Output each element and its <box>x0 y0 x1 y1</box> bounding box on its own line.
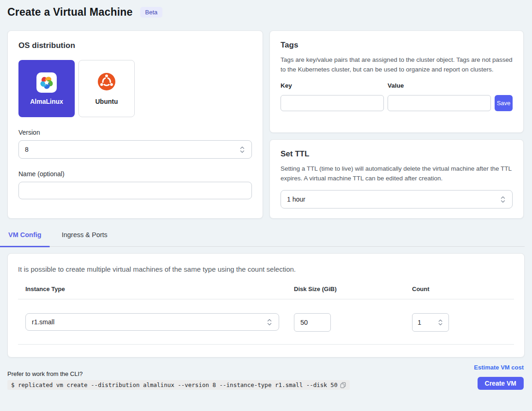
save-tag-button[interactable]: Save <box>495 95 513 111</box>
chevron-up-down-icon <box>500 196 506 203</box>
estimate-vm-cost-link[interactable]: Estimate VM cost <box>474 364 524 371</box>
os-card-title: OS distribution <box>18 41 252 50</box>
footer: Estimate VM cost Create VM Prefer to wor… <box>7 357 525 404</box>
column-instance-type: Instance Type <box>25 286 294 292</box>
create-vm-button[interactable]: Create VM <box>478 377 524 390</box>
tag-value-group: Value <box>388 82 491 111</box>
os-distribution-card: OS distribution AlmaLinux <box>7 30 263 219</box>
chevron-up-down-icon <box>239 146 245 154</box>
vm-table-row: r1.small 1 <box>18 299 514 345</box>
ttl-card-description: Setting a TTL (time to live) will automa… <box>281 164 513 183</box>
tab-ingress-ports[interactable]: Ingress & Ports <box>61 231 108 246</box>
beta-badge: Beta <box>140 7 163 18</box>
tag-value-input[interactable] <box>388 95 491 111</box>
tag-value-label: Value <box>388 82 491 89</box>
ttl-select-value: 1 hour <box>287 196 305 203</box>
name-label: Name (optional) <box>18 170 252 178</box>
version-label: Version <box>18 129 252 136</box>
tags-card-title: Tags <box>281 41 513 50</box>
cli-prompt: Prefer to work from the CLI? <box>7 370 350 377</box>
column-disk-size: Disk Size (GiB) <box>294 286 412 292</box>
os-tile-ubuntu[interactable]: Ubuntu <box>78 60 135 117</box>
column-count: Count <box>412 286 514 292</box>
disk-size-input[interactable] <box>294 313 331 332</box>
top-grid: OS distribution AlmaLinux <box>7 30 525 219</box>
ttl-select[interactable]: 1 hour <box>281 190 513 208</box>
vm-config-card: It is possible to create multiple virtua… <box>7 253 525 357</box>
tag-key-input[interactable] <box>281 95 384 111</box>
instance-type-select[interactable]: r1.small <box>25 313 279 331</box>
os-tile-label-ubuntu: Ubuntu <box>96 98 118 105</box>
right-column: Tags Tags are key/value pairs that are a… <box>269 30 524 219</box>
tab-bar: VM Config Ingress & Ports <box>7 231 525 247</box>
vm-table: Instance Type Disk Size (GiB) Count r1.s… <box>18 286 514 345</box>
tags-card: Tags Tags are key/value pairs that are a… <box>269 30 524 133</box>
instance-type-value: r1.small <box>32 318 54 326</box>
tag-key-label: Key <box>281 82 384 89</box>
tags-card-description: Tags are key/value pairs that are assign… <box>281 55 513 74</box>
ttl-card-title: Set TTL <box>281 149 513 159</box>
vm-table-header: Instance Type Disk Size (GiB) Count <box>18 286 514 299</box>
count-stepper[interactable]: 1 <box>412 313 449 332</box>
chevron-up-down-icon <box>437 319 443 326</box>
vm-config-note: It is possible to create multiple virtua… <box>18 265 514 273</box>
cli-block: Prefer to work from the CLI? $ replicate… <box>7 370 350 390</box>
ttl-card: Set TTL Setting a TTL (time to live) wil… <box>269 139 524 219</box>
os-tiles: AlmaLinux <box>18 60 252 117</box>
copy-icon[interactable] <box>340 382 346 388</box>
os-tile-almalinux[interactable]: AlmaLinux <box>18 60 75 117</box>
chevron-up-down-icon <box>266 318 273 326</box>
tab-vm-config[interactable]: VM Config <box>7 231 42 246</box>
name-input[interactable] <box>18 182 252 199</box>
almalinux-icon <box>36 72 57 93</box>
ubuntu-icon <box>97 72 116 93</box>
count-value: 1 <box>418 319 421 326</box>
version-select-value: 8 <box>25 146 29 153</box>
tag-key-group: Key <box>281 82 384 111</box>
cli-command-bar: $ replicated vm create --distribution al… <box>7 380 350 390</box>
tag-row: Key Value Save <box>281 82 513 111</box>
version-select[interactable]: 8 <box>18 140 252 159</box>
os-tile-label-almalinux: AlmaLinux <box>30 98 63 105</box>
page-title: Create a Virtual Machine <box>7 6 133 18</box>
cli-command-text: $ replicated vm create --distribution al… <box>11 381 337 388</box>
page-header: Create a Virtual Machine Beta <box>0 0 532 18</box>
